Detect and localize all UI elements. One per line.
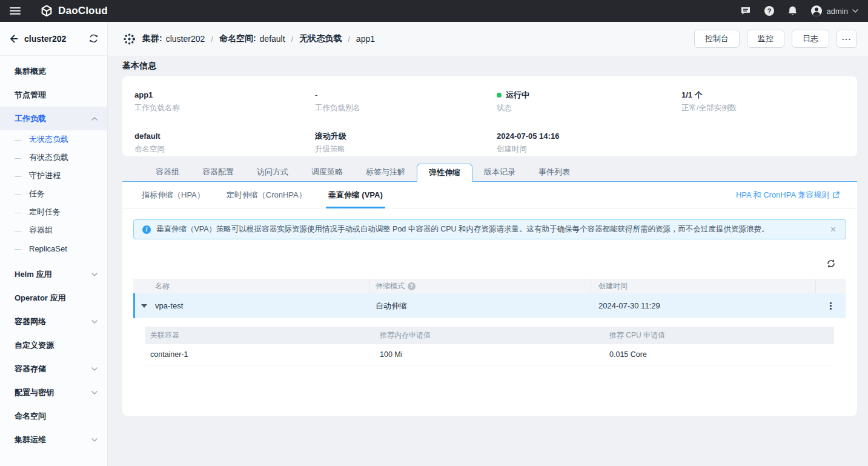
recommended-memory: 100 Mi <box>375 350 605 359</box>
sidebar-item-daemonsets[interactable]: — 守护进程 <box>0 167 107 185</box>
sidebar-item-helm-apps[interactable]: Helm 应用 <box>0 262 107 286</box>
breadcrumb-workload-name: app1 <box>356 34 375 44</box>
sidebar-header: cluster202 <box>0 22 107 56</box>
row-actions-kebab-icon[interactable]: ⋮ <box>823 299 839 313</box>
menu-icon[interactable] <box>10 7 21 15</box>
sidebar-item-deployments[interactable]: — 无状态负载 <box>0 130 107 148</box>
cluster-name: cluster202 <box>24 34 66 44</box>
dash-icon: — <box>15 172 21 179</box>
tab-pods[interactable]: 容器组 <box>144 163 191 181</box>
collapse-caret-icon[interactable] <box>141 304 147 308</box>
chevron-up-icon <box>91 117 98 121</box>
bell-icon[interactable] <box>787 5 798 16</box>
monitor-button[interactable]: 监控 <box>747 30 784 48</box>
sidebar-item-cronjobs[interactable]: — 定时任务 <box>0 203 107 221</box>
dash-icon: — <box>15 227 21 234</box>
console-button[interactable]: 控制台 <box>694 30 740 48</box>
chevron-down-icon <box>91 438 98 442</box>
username: admin <box>827 7 848 16</box>
field-status: 运行中 状态 <box>497 90 681 115</box>
page-header: 集群: cluster202 / 命名空间: default / 无状态负载 /… <box>108 22 868 56</box>
breadcrumb-namespace-value[interactable]: default <box>260 34 285 44</box>
hpa-cronhpa-compat-link[interactable]: HPA 和 CronHPA 兼容规则 <box>736 190 840 201</box>
sidebar-item-cluster-overview[interactable]: 集群概览 <box>0 59 107 83</box>
breadcrumb-kind[interactable]: 无状态负载 <box>299 33 342 44</box>
sidebar-item-jobs[interactable]: — 任务 <box>0 185 107 203</box>
tab-scheduling[interactable]: 调度策略 <box>300 163 354 181</box>
vpa-info-banner: i 垂直伸缩（VPA）策略可以根据容器实际资源使用情况手动或自动调整 Pod 中… <box>133 219 846 239</box>
banner-text: 垂直伸缩（VPA）策略可以根据容器实际资源使用情况手动或自动调整 Pod 中容器… <box>156 224 769 235</box>
autoscaling-panel: 指标伸缩（HPA） 定时伸缩（CronHPA） 垂直伸缩 (VPA) HPA 和… <box>122 182 857 416</box>
basic-info-card: app1 工作负载名称 - 工作负载别名 运行中 状态 1/1 个 正常/全部实… <box>122 76 857 156</box>
topbar: DaoCloud ? admin <box>0 0 868 22</box>
column-header-created: 创建时间 <box>591 279 816 293</box>
subtab-hpa[interactable]: 指标伸缩（HPA） <box>139 182 207 208</box>
chevron-down-icon <box>91 367 98 371</box>
chevron-down-icon <box>91 273 98 276</box>
subtab-vpa[interactable]: 垂直伸缩 (VPA) <box>326 182 385 208</box>
recommended-cpu: 0.015 Core <box>605 350 834 359</box>
tab-autoscaling[interactable]: 弹性伸缩 <box>417 164 472 182</box>
tab-container-config[interactable]: 容器配置 <box>191 163 245 181</box>
sidebar-item-statefulsets[interactable]: — 有状态负载 <box>0 148 107 167</box>
refresh-icon[interactable] <box>826 258 837 269</box>
vpa-name: vpa-test <box>155 301 183 310</box>
daocloud-logo[interactable]: DaoCloud <box>40 4 108 18</box>
field-workload-name: app1 工作负载名称 <box>134 90 315 115</box>
chevron-down-icon <box>91 320 98 324</box>
info-icon: i <box>142 225 151 234</box>
field-upgrade-strategy: 滚动升级 升级策略 <box>315 131 497 156</box>
sidebar-item-namespaces[interactable]: 命名空间 <box>0 404 107 428</box>
sidebar-item-cluster-ops[interactable]: 集群运维 <box>0 428 107 451</box>
user-menu[interactable]: admin <box>810 5 858 17</box>
column-header-name: 名称 <box>133 279 369 293</box>
vpa-mode: 自动伸缩 <box>369 301 591 311</box>
main-content: 集群: cluster202 / 命名空间: default / 无状态负载 /… <box>108 22 868 466</box>
chat-icon[interactable] <box>740 5 751 16</box>
sidebar-item-config-secrets[interactable]: 配置与密钥 <box>0 381 107 404</box>
question-icon[interactable]: ? <box>408 282 416 290</box>
vpa-table-header: 名称 伸缩模式 ? 创建时间 <box>133 279 846 293</box>
breadcrumb-cluster-value[interactable]: cluster202 <box>166 34 205 44</box>
field-instances: 1/1 个 正常/全部实例数 <box>681 90 845 115</box>
sidebar-item-replicasets[interactable]: — ReplicaSet <box>0 239 107 258</box>
sidebar-item-container-storage[interactable]: 容器存储 <box>0 357 107 381</box>
more-actions-button[interactable]: ··· <box>837 30 857 48</box>
sidebar-item-workloads[interactable]: 工作负载 <box>0 107 107 130</box>
autoscaling-subtabs: 指标伸缩（HPA） 定时伸缩（CronHPA） 垂直伸缩 (VPA) HPA 和… <box>122 182 857 208</box>
sidebar-item-custom-resources[interactable]: 自定义资源 <box>0 333 107 357</box>
field-namespace: default 命名空间 <box>134 131 315 156</box>
sidebar-item-container-network[interactable]: 容器网络 <box>0 310 107 333</box>
tab-labels-annotations[interactable]: 标签与注解 <box>354 163 417 181</box>
header-actions: 控制台 监控 日志 ··· <box>694 30 857 48</box>
inner-column-memory: 推荐内存申请值 <box>375 330 605 341</box>
switch-cluster-icon[interactable] <box>88 33 99 44</box>
breadcrumb: 集群: cluster202 / 命名空间: default / 无状态负载 /… <box>122 32 375 46</box>
cluster-dots-icon <box>122 32 136 46</box>
expanded-detail: 关联容器 推荐内存申请值 推荐 CPU 申请值 container-1 100 … <box>133 318 846 365</box>
tab-access[interactable]: 访问方式 <box>245 163 300 181</box>
breadcrumb-separator: / <box>211 35 213 44</box>
status-badge: 运行中 <box>506 90 529 101</box>
vpa-created: 2024-07-30 11:29 <box>591 301 816 310</box>
dash-icon: — <box>15 190 21 198</box>
sidebar-item-operator-apps[interactable]: Operator 应用 <box>0 286 107 310</box>
chevron-down-icon <box>91 391 98 394</box>
back-arrow-icon[interactable] <box>8 34 18 44</box>
sidebar-item-node-management[interactable]: 节点管理 <box>0 83 107 107</box>
tab-events[interactable]: 事件列表 <box>527 163 581 181</box>
daocloud-logo-icon <box>40 4 53 18</box>
inner-table-row: container-1 100 Mi 0.015 Core <box>145 344 834 365</box>
subtab-cronhpa[interactable]: 定时伸缩（CronHPA） <box>224 182 309 208</box>
banner-close-icon[interactable]: × <box>829 224 837 235</box>
table-row-vpa-test[interactable]: vpa-test 自动伸缩 2024-07-30 11:29 ⋮ <box>133 293 846 318</box>
basic-info-title: 基本信息 <box>122 61 857 70</box>
help-icon[interactable]: ? <box>764 5 775 16</box>
sidebar-item-pods[interactable]: — 容器组 <box>0 221 107 239</box>
breadcrumb-separator: / <box>291 35 294 44</box>
tab-revisions[interactable]: 版本记录 <box>472 163 527 181</box>
container-name: container-1 <box>145 350 375 359</box>
column-header-mode: 伸缩模式 ? <box>369 279 591 293</box>
logs-button[interactable]: 日志 <box>792 30 829 48</box>
status-dot <box>497 93 502 98</box>
